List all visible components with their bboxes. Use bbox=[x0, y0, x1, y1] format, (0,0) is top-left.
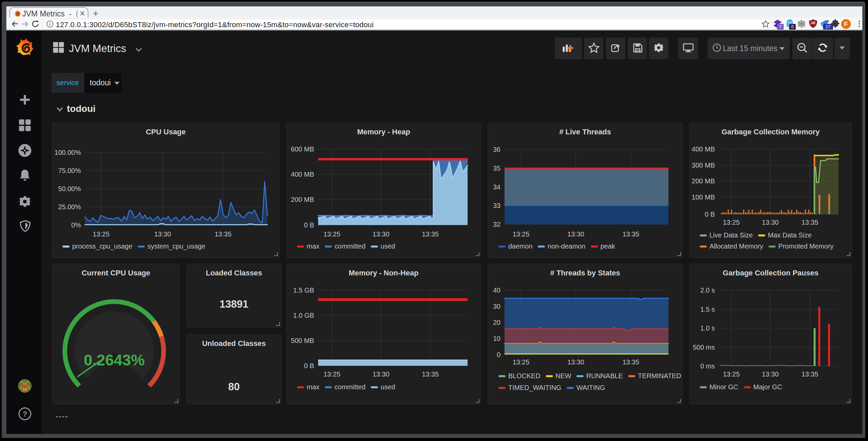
svg-text:13:35: 13:35 bbox=[622, 358, 639, 366]
svg-text:0 ms: 0 ms bbox=[701, 363, 715, 370]
svg-text:1.0 GB: 1.0 GB bbox=[293, 312, 314, 319]
svg-text:300 MB: 300 MB bbox=[692, 162, 715, 169]
svg-text:0 B: 0 B bbox=[304, 221, 314, 229]
svg-text:13:30: 13:30 bbox=[373, 230, 389, 238]
svg-text:13:35: 13:35 bbox=[422, 371, 439, 378]
svg-text:35: 35 bbox=[493, 165, 500, 172]
svg-text:2.0 s: 2.0 s bbox=[701, 286, 715, 294]
svg-text:13:35: 13:35 bbox=[802, 371, 818, 378]
svg-text:200 MB: 200 MB bbox=[692, 177, 715, 185]
svg-text:75.00%: 75.00% bbox=[58, 167, 81, 174]
svg-text:0.2643%: 0.2643% bbox=[84, 351, 145, 369]
svg-text:100 MB: 100 MB bbox=[692, 193, 715, 201]
svg-text:13:30: 13:30 bbox=[762, 371, 779, 378]
svg-text:500 ms: 500 ms bbox=[693, 344, 715, 351]
svg-text:500 MB: 500 MB bbox=[291, 337, 314, 344]
svg-text:1.0 s: 1.0 s bbox=[701, 324, 715, 332]
svg-text:13:30: 13:30 bbox=[762, 219, 779, 226]
svg-text:13:25: 13:25 bbox=[323, 230, 340, 238]
svg-text:13:25: 13:25 bbox=[723, 371, 740, 378]
svg-text:0 B: 0 B bbox=[304, 362, 314, 370]
svg-text:13:35: 13:35 bbox=[215, 230, 231, 238]
svg-text:25.00%: 25.00% bbox=[58, 203, 81, 211]
svg-text:10: 10 bbox=[493, 335, 500, 342]
svg-text:13:35: 13:35 bbox=[622, 230, 639, 238]
svg-text:1.5 GB: 1.5 GB bbox=[293, 286, 314, 294]
svg-text:34: 34 bbox=[493, 183, 500, 191]
svg-text:33: 33 bbox=[493, 202, 500, 209]
svg-text:13:35: 13:35 bbox=[422, 230, 439, 238]
svg-text:0%: 0% bbox=[71, 221, 81, 229]
svg-text:0 B: 0 B bbox=[705, 211, 715, 218]
svg-text:13:30: 13:30 bbox=[373, 371, 389, 378]
svg-text:30: 30 bbox=[493, 303, 500, 310]
svg-text:1.5 s: 1.5 s bbox=[701, 306, 715, 313]
svg-text:400 MB: 400 MB bbox=[291, 170, 314, 178]
svg-text:13:35: 13:35 bbox=[802, 219, 818, 226]
svg-text:13:25: 13:25 bbox=[93, 230, 110, 238]
svg-text:0: 0 bbox=[497, 351, 500, 358]
svg-text:36: 36 bbox=[493, 146, 500, 153]
svg-text:50.00%: 50.00% bbox=[58, 185, 81, 192]
svg-text:13:25: 13:25 bbox=[723, 219, 740, 226]
svg-text:13:25: 13:25 bbox=[513, 230, 529, 238]
svg-text:32: 32 bbox=[493, 221, 500, 228]
svg-text:20: 20 bbox=[493, 319, 500, 326]
svg-text:200 MB: 200 MB bbox=[291, 196, 314, 203]
svg-text:40: 40 bbox=[493, 286, 500, 294]
svg-text:13:30: 13:30 bbox=[567, 230, 584, 238]
svg-text:600 MB: 600 MB bbox=[291, 146, 314, 153]
svg-text:13:25: 13:25 bbox=[513, 358, 529, 366]
svg-text:13:30: 13:30 bbox=[154, 230, 171, 238]
svg-text:100.00%: 100.00% bbox=[54, 149, 81, 156]
svg-text:13:25: 13:25 bbox=[323, 371, 340, 378]
svg-text:400 MB: 400 MB bbox=[692, 146, 715, 153]
svg-text:13:30: 13:30 bbox=[567, 358, 584, 366]
